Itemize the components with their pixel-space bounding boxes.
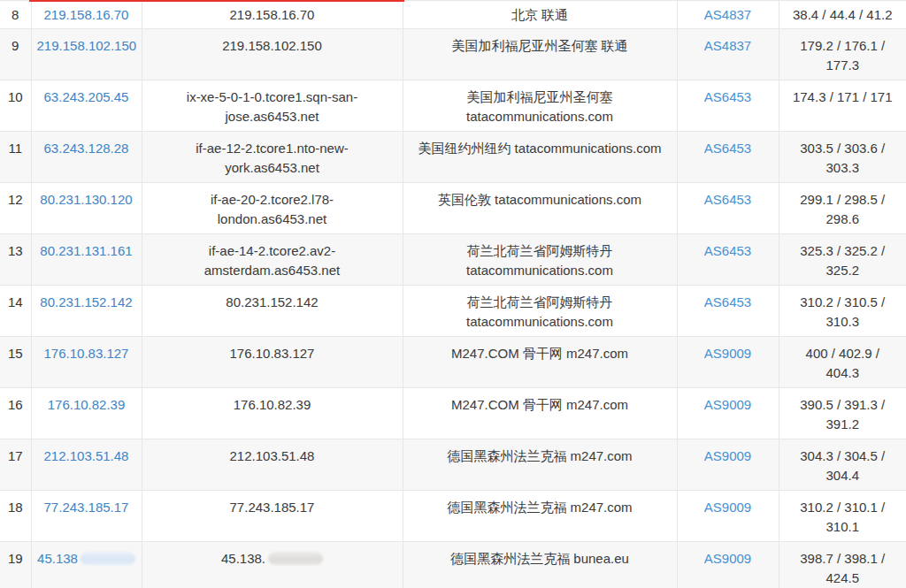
location-cell: 德国黑森州法兰克福 m247.com [403,491,677,542]
ip-link[interactable]: 63.243.128.28 [44,141,129,156]
ip-link[interactable]: 80.231.152.142 [40,294,132,309]
latency-cell: 398.7 / 398.1 / 424.5 [779,542,906,588]
location-cell: 美国加利福尼亚州圣何塞 联通 [403,29,677,80]
ip-cell: 80.231.152.142 [31,286,142,337]
location-cell: 荷兰北荷兰省阿姆斯特丹 tatacommunications.com [403,234,677,286]
table-row: 14 80.231.152.142 80.231.152.142 荷兰北荷兰省阿… [0,286,906,337]
ip-link[interactable]: 80.231.130.120 [40,192,132,207]
redacted-hostname-blur [268,552,323,565]
location-cell: 美国加利福尼亚州圣何塞 tatacommunications.com [403,80,677,132]
latency-cell: 303.5 / 303.6 / 303.3 [779,132,906,183]
table-row: 13 80.231.131.161 if-ae-14-2.tcore2.av2-… [0,234,906,286]
location-cell: 英国伦敦 tatacommunications.com [403,183,677,234]
asn-link[interactable]: AS9009 [704,500,751,515]
asn-cell: AS9009 [677,542,779,588]
ip-link[interactable]: 176.10.83.127 [44,346,129,361]
ip-link[interactable]: 219.158.16.70 [44,7,129,22]
hostname-cell: 77.243.185.17 [142,491,403,542]
asn-cell: AS6453 [677,183,779,234]
ip-cell: 63.243.128.28 [31,132,142,183]
latency-cell: 390.5 / 391.3 / 391.2 [779,388,906,439]
latency-cell: 310.2 / 310.5 / 310.3 [779,286,906,337]
hostname-cell: if-ae-14-2.tcore2.av2- amsterdam.as6453.… [142,234,403,286]
asn-cell: AS6453 [677,132,779,183]
ip-cell: 176.10.83.127 [31,337,142,388]
ip-link[interactable]: 219.158.102.150 [37,38,137,53]
asn-link[interactable]: AS4837 [704,38,751,53]
location-cell: 美国纽约州纽约 tatacommunications.com [403,132,677,183]
asn-link[interactable]: AS6453 [704,243,751,258]
ip-cell: 176.10.82.39 [31,388,142,439]
table-row: 19 45.138 45.138. 德国黑森州法兰克福 bunea.eu AS9… [0,542,906,588]
asn-link[interactable]: AS9009 [704,448,751,463]
traceroute-results-view: 8 219.158.16.70 219.158.16.70 北京 联通 AS48… [0,0,906,588]
latency-cell: 304.3 / 304.5 / 304.4 [779,439,906,491]
hop-number: 15 [0,337,31,388]
hop-number: 10 [0,80,31,132]
ip-cell: 80.231.131.161 [31,234,142,286]
table-row: 16 176.10.82.39 176.10.82.39 M247.COM 骨干… [0,388,906,439]
ip-link[interactable]: 63.243.205.45 [44,89,129,104]
asn-cell: AS9009 [677,491,779,542]
location-cell: M247.COM 骨干网 m247.com [403,337,677,388]
ip-link[interactable]: 176.10.82.39 [48,397,126,412]
hop-number: 12 [0,183,31,234]
ip-cell: 77.243.185.17 [31,491,142,542]
asn-link[interactable]: AS6453 [704,192,751,207]
location-cell: 德国黑森州法兰克福 m247.com [403,439,677,491]
location-cell: 北京 联通 [403,1,677,29]
asn-link[interactable]: AS9009 [704,346,751,361]
hop-number: 17 [0,439,31,491]
red-highlight-line [29,0,404,2]
hostname-cell: 45.138. [142,542,403,588]
table-row: 11 63.243.128.28 if-ae-12-2.tcore1.nto-n… [0,132,906,183]
asn-cell: AS6453 [677,286,779,337]
ip-link[interactable]: 212.103.51.48 [44,448,129,463]
asn-link[interactable]: AS4837 [704,7,751,22]
asn-link[interactable]: AS6453 [704,294,751,309]
hostname-cell: 219.158.102.150 [142,29,403,80]
asn-cell: AS6453 [677,80,779,132]
asn-link[interactable]: AS9009 [704,551,751,566]
latency-cell: 400 / 402.9 / 404.3 [779,337,906,388]
ip-cell: 80.231.130.120 [31,183,142,234]
latency-cell: 38.4 / 44.4 / 41.2 [779,1,906,29]
table-row: 10 63.243.205.45 ix-xe-5-0-1-0.tcore1.sq… [0,80,906,132]
ip-cell: 63.243.205.45 [31,80,142,132]
table-row: 8 219.158.16.70 219.158.16.70 北京 联通 AS48… [0,1,906,29]
hop-number: 8 [0,1,31,29]
asn-cell: AS9009 [677,439,779,491]
hop-number: 11 [0,132,31,183]
hop-number: 16 [0,388,31,439]
table-row: 17 212.103.51.48 212.103.51.48 德国黑森州法兰克福… [0,439,906,491]
redacted-ip-blur [81,552,135,565]
hop-number: 18 [0,491,31,542]
hop-number: 19 [0,542,31,588]
ip-link[interactable]: 45.138 [37,551,78,566]
hostname-cell: ix-xe-5-0-1-0.tcore1.sqn-san- jose.as645… [142,80,403,132]
asn-cell: AS6453 [677,234,779,286]
ip-link[interactable]: 77.243.185.17 [44,500,129,515]
asn-link[interactable]: AS6453 [704,89,751,104]
latency-cell: 310.2 / 310.1 / 310.1 [779,491,906,542]
hostname-cell: 176.10.83.127 [142,337,403,388]
latency-cell: 299.1 / 298.5 / 298.6 [779,183,906,234]
latency-cell: 174.3 / 171 / 171 [779,80,906,132]
latency-cell: 325.3 / 325.2 / 325.2 [779,234,906,286]
hop-number: 9 [0,29,31,80]
ip-link[interactable]: 80.231.131.161 [40,243,132,258]
asn-cell: AS4837 [677,29,779,80]
hostname-cell: 176.10.82.39 [142,388,403,439]
hop-number: 13 [0,234,31,286]
ip-cell: 219.158.102.150 [31,29,142,80]
asn-link[interactable]: AS6453 [704,141,751,156]
ip-cell: 45.138 [31,542,142,588]
traceroute-table: 8 219.158.16.70 219.158.16.70 北京 联通 AS48… [0,0,906,588]
table-row: 9 219.158.102.150 219.158.102.150 美国加利福尼… [0,29,906,80]
asn-link[interactable]: AS9009 [704,397,751,412]
hostname-cell: if-ae-20-2.tcore2.l78- london.as6453.net [142,183,403,234]
asn-cell: AS9009 [677,388,779,439]
location-cell: 荷兰北荷兰省阿姆斯特丹 tatacommunications.com [403,286,677,337]
ip-cell: 212.103.51.48 [31,439,142,491]
hostname-cell: 212.103.51.48 [142,439,403,491]
